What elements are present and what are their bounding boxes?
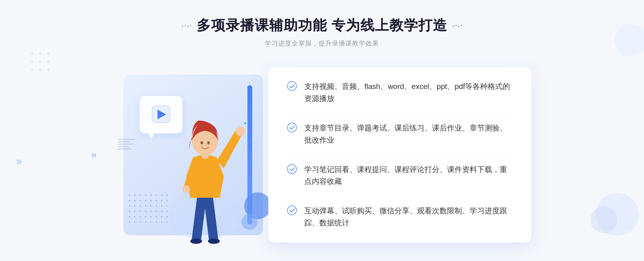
svg-point-15	[190, 238, 202, 244]
svg-point-9	[596, 193, 639, 236]
svg-point-8	[47, 69, 49, 71]
svg-point-2	[47, 53, 49, 55]
svg-point-26	[287, 81, 297, 91]
svg-point-6	[31, 69, 33, 71]
illustration-area: ✦ ·	[113, 64, 279, 246]
svg-point-0	[31, 53, 33, 55]
feature-text-3: 学习笔记回看、课程提问、课程评论打分、课件资料下载，重点内容收藏	[304, 164, 513, 188]
page-container: 多项录播课辅助功能 专为线上教学打造 学习进度全掌握，提升录播课教学效果 »	[0, 0, 644, 261]
feature-item-4: 互动弹幕、试听购买、微信分享、观看次数限制、学习进度跟踪、数据统计	[287, 196, 513, 229]
svg-point-10	[590, 206, 617, 233]
check-icon-3	[287, 164, 297, 174]
title-row: 多项录播课辅助功能 专为线上教学打造	[182, 16, 462, 35]
svg-point-27	[287, 123, 297, 132]
right-decorator	[453, 24, 462, 27]
svg-point-4	[39, 61, 41, 63]
svg-point-7	[39, 69, 41, 71]
svg-point-18	[182, 185, 190, 193]
lines-decoration	[118, 139, 134, 150]
check-icon-4	[287, 206, 297, 215]
feature-text-4: 互动弹幕、试听购买、微信分享、观看次数限制、学习进度跟踪、数据统计	[304, 205, 513, 229]
svg-point-28	[287, 165, 297, 174]
svg-point-29	[287, 206, 297, 215]
feature-item-2: 支持章节目录、弹题考试、课后练习、课后作业、章节测验、批改作业	[287, 114, 513, 155]
svg-point-5	[47, 61, 49, 63]
feature-item-1: 支持视频、音频、flash、word、excel、ppt、pdf等各种格式的资源…	[287, 81, 513, 114]
svg-point-21	[200, 141, 203, 144]
svg-text:·: ·	[247, 127, 247, 131]
svg-point-11	[614, 24, 644, 56]
svg-rect-23	[239, 126, 241, 132]
check-icon-2	[287, 123, 297, 132]
svg-point-3	[31, 61, 33, 63]
svg-point-16	[208, 238, 220, 244]
left-decorator	[182, 24, 191, 27]
feature-text-2: 支持章节目录、弹题考试、课后练习、课后作业、章节测验、批改作业	[304, 122, 513, 146]
svg-text:✦: ✦	[243, 121, 247, 126]
feature-item-3: 学习笔记回看、课程提问、课程评论打分、课件资料下载，重点内容收藏	[287, 155, 513, 197]
features-panel: 支持视频、音频、flash、word、excel、ppt、pdf等各种格式的资源…	[268, 67, 531, 242]
content-section: »	[107, 64, 537, 246]
page-subtitle: 学习进度全掌握，提升录播课教学效果	[182, 39, 462, 48]
feature-text-1: 支持视频、音频、flash、word、excel、ppt、pdf等各种格式的资源…	[304, 81, 513, 105]
header-section: 多项录播课辅助功能 专为线上教学打造 学习进度全掌握，提升录播课教学效果	[182, 16, 462, 48]
page-title: 多项录播课辅助功能 专为线上教学打造	[197, 16, 447, 35]
svg-point-22	[207, 141, 210, 144]
svg-point-1	[39, 53, 41, 55]
person-figure: ✦ ·	[159, 101, 251, 246]
check-icon-1	[287, 81, 297, 91]
page-arrows-decoration: »	[16, 155, 22, 167]
left-arrows-decoration: »	[91, 149, 97, 161]
